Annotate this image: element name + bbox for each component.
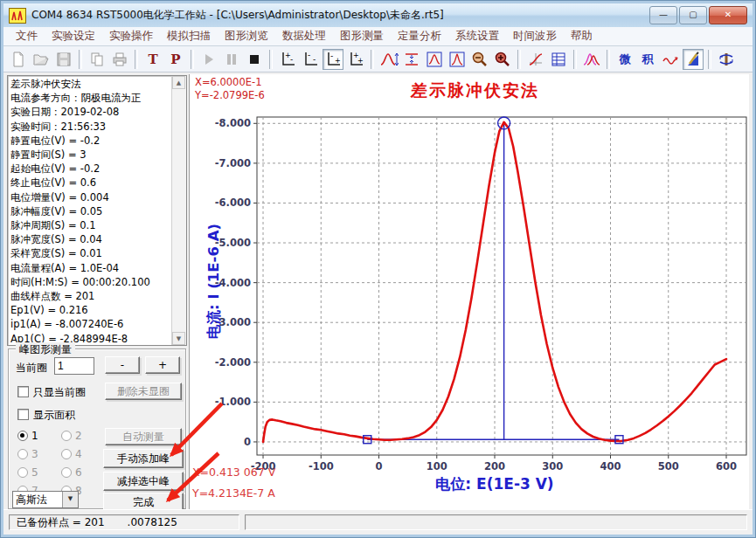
minimize-button[interactable]: — [649, 6, 677, 24]
menu-item-9[interactable]: 系统设置 [448, 27, 506, 45]
copy-icon[interactable] [87, 49, 108, 70]
axis-scale-3-icon[interactable]: -+ [323, 49, 343, 70]
toolbar-separator [573, 50, 577, 69]
window-title: COM4 8634 RST5000电化学工作站 - [C:\Users\Admi… [31, 8, 649, 23]
peak-autofit-icon[interactable] [378, 49, 399, 70]
info-line: 曲线样点数 = 201 [10, 289, 171, 303]
axis-scale-1-icon[interactable]: +- [277, 49, 298, 70]
manual-add-peak-button[interactable]: 手动添加峰 [103, 449, 184, 468]
differentiate-icon-glyph: 微 [620, 52, 631, 67]
menu-item-10[interactable]: 时间波形 [506, 27, 564, 45]
peak-radio-5[interactable] [17, 467, 28, 478]
menu-item-11[interactable]: 帮助 [564, 27, 600, 45]
info-line: 起始电位(V) = -0.2 [10, 162, 171, 176]
y-tick-label: -7.000 [215, 157, 251, 169]
svg-text:-: - [330, 52, 333, 60]
axis-scale-2-icon[interactable]: -- [300, 49, 321, 70]
print-icon[interactable] [109, 49, 130, 70]
peak-radio-1[interactable] [17, 431, 28, 441]
status-cell-right [245, 514, 747, 530]
derivative-icon[interactable] [525, 49, 546, 70]
x-tick-label: 600 [716, 460, 737, 472]
loop-minus-button[interactable]: - [105, 356, 140, 374]
toolbar-separator [517, 50, 521, 69]
x-tick-label: 400 [600, 460, 621, 472]
multi-peak-icon[interactable] [581, 49, 602, 70]
peak-radio-3[interactable] [17, 449, 28, 459]
info-line: 采样宽度(S) = 0.01 [10, 246, 171, 260]
menu-item-7[interactable]: 图形测量 [333, 27, 391, 45]
loop-plus-button[interactable]: + [145, 356, 180, 374]
measure-icon[interactable] [683, 49, 704, 70]
current-loop-input[interactable] [54, 357, 94, 375]
status-extra-value: .0078125 [128, 516, 177, 528]
menu-item-6[interactable]: 数据处理 [275, 27, 333, 45]
info-line: 电流量程(A) = 1.0E-04 [10, 261, 171, 275]
x-tick-label: 200 [484, 460, 505, 472]
info-line: Ep1(V) = 0.216 [10, 303, 171, 317]
toolbar-separator [191, 50, 194, 69]
peak-radio-label-6: 6 [75, 466, 82, 479]
scroll-up-icon[interactable]: ▲ [172, 76, 185, 89]
chart-panel: X=6.0000E-1 Y=-2.0799E-6 差示脉冲伏安法 -200-10… [189, 74, 749, 512]
text-tool-icon[interactable]: T [142, 49, 163, 70]
smooth-icon[interactable] [660, 49, 681, 70]
y-tick-label: -1.000 [215, 396, 251, 408]
menu-item-1[interactable]: 文件 [9, 27, 45, 45]
show-area-checkbox[interactable] [17, 409, 29, 420]
new-file-icon[interactable] [8, 49, 29, 70]
app-icon [9, 8, 26, 24]
info-line: 静置电位(V) = -0.2 [10, 134, 171, 148]
pause-icon[interactable] [221, 49, 242, 70]
differentiate-icon[interactable]: 微 [614, 49, 635, 70]
info-line: 差示脉冲伏安法 [10, 77, 171, 91]
close-button[interactable]: ✕ [709, 6, 747, 24]
menu-item-5[interactable]: 图形浏览 [218, 27, 275, 45]
status-bar: 已备份样点 = 201 .0078125 [3, 509, 753, 535]
title-bar: COM4 8634 RST5000电化学工作站 - [C:\Users\Admi… [3, 3, 753, 27]
chevron-down-icon[interactable]: ▼ [62, 492, 78, 507]
peak-radio-label-1: 1 [31, 430, 38, 442]
info-line: 时间(H:M:S) = 00:00:20.100 [10, 275, 171, 289]
zoom-out-icon[interactable] [469, 49, 490, 70]
peak-window-2-icon[interactable] [447, 49, 468, 70]
menu-item-3[interactable]: 实验操作 [102, 27, 160, 45]
peak-radio-label-3: 3 [31, 448, 38, 460]
backup-points-text: 已备份样点 = 201 [17, 515, 105, 530]
menu-item-2[interactable]: 实验设定 [45, 27, 102, 45]
save-icon[interactable] [53, 49, 74, 70]
compress-y-icon[interactable] [401, 49, 422, 70]
info-scrollbar[interactable]: ▲ ▼ [171, 76, 186, 345]
run-icon[interactable] [198, 49, 219, 70]
zoom-in-icon[interactable] [492, 49, 513, 70]
fit-method-dropdown[interactable]: 高斯法 ▼ [12, 491, 79, 508]
integrate-icon[interactable]: 积 [637, 49, 658, 70]
peak-radio-item: 4 [61, 448, 82, 460]
auto-measure-button[interactable]: 自动测量 [105, 428, 182, 445]
peak-group-legend: 峰图形测量 [16, 342, 75, 357]
peak-radio-2[interactable] [61, 431, 72, 441]
client-area: 差示脉冲伏安法电流参考方向：阴极电流为正实验日期：2019-02-08实验时间：… [3, 72, 753, 512]
axis-scale-4-icon[interactable]: ++ [345, 49, 366, 70]
delete-hidden-button[interactable]: 删除未显圈 [105, 383, 182, 400]
peak-radio-4[interactable] [61, 449, 72, 459]
toolbar-separator [708, 50, 711, 69]
menu-item-4[interactable]: 模拟扫描 [160, 27, 218, 45]
scroll-down-icon[interactable]: ▼ [172, 332, 185, 345]
restore-button[interactable]: ▢ [679, 6, 707, 24]
peak-radio-label-2: 2 [75, 430, 82, 442]
peak-readout-y: Y=4.2134E-7 A [192, 486, 275, 500]
stop-icon[interactable] [244, 49, 265, 70]
peak-tool-icon[interactable]: P [165, 49, 186, 70]
rotate-3d-icon[interactable] [716, 49, 737, 70]
peak-radio-6[interactable] [61, 467, 72, 478]
show-area-label: 显示面积 [33, 408, 75, 423]
peak-window-icon[interactable] [424, 49, 445, 70]
x-tick-label: 500 [658, 460, 679, 472]
subtract-peak-button[interactable]: 减掉选中峰 [103, 472, 184, 491]
open-file-icon[interactable] [31, 49, 52, 70]
only-current-checkbox[interactable] [17, 386, 29, 397]
menu-item-8[interactable]: 定量分析 [391, 27, 448, 45]
info-line: 实验日期：2019-02-08 [10, 105, 171, 119]
data-list-icon[interactable] [548, 49, 569, 70]
